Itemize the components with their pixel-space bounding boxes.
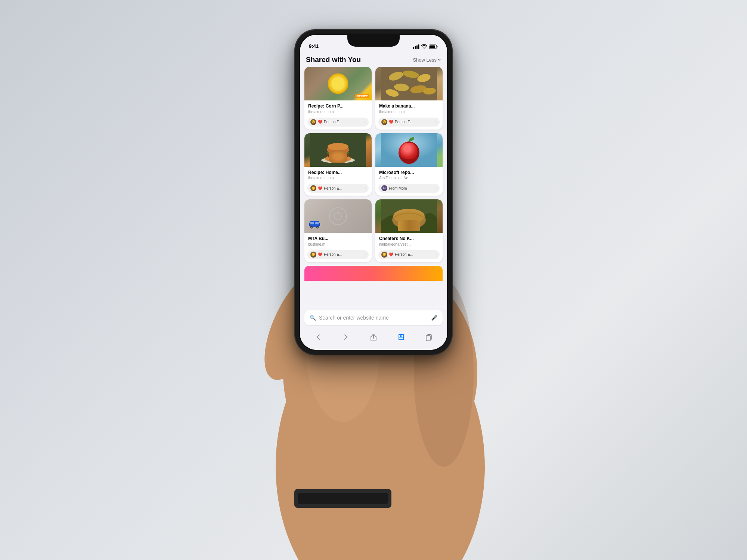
svg-point-51: [317, 227, 318, 228]
card-banana-chevron: ›: [436, 120, 437, 124]
card-banana-body: Make a banana... thetakeout.com: [375, 100, 443, 116]
card-burger-domain: thetakeout.com: [308, 176, 368, 180]
card-banana[interactable]: Make a banana... thetakeout.com 😊 ❤️ Per…: [375, 67, 443, 130]
card-bread-heart: ❤️: [389, 252, 393, 256]
card-microsoft-from-label: From Mom: [389, 186, 407, 190]
card-banana-domain: thetakeout.com: [379, 110, 439, 114]
status-icons: [413, 44, 438, 49]
shared-with-you-title: Shared with You: [306, 56, 361, 64]
card-burger-heart: ❤️: [318, 186, 322, 190]
compass-icon: [334, 212, 342, 221]
safari-content[interactable]: Shared with You Show Less: [300, 51, 447, 307]
phone: 9:41: [295, 30, 452, 355]
wifi-icon: [421, 44, 427, 49]
svg-point-37: [399, 141, 419, 164]
card-burger[interactable]: Recipe: Home... thetakeout.com 😊 ❤️ Pers…: [304, 133, 372, 196]
card-microsoft-image: [375, 133, 443, 167]
apple-illustration: [375, 133, 443, 167]
address-bar[interactable]: 🔍 Search or enter website name 🎤: [304, 310, 443, 325]
battery-icon: [429, 44, 438, 49]
notch: [347, 35, 400, 47]
card-corn-image: RECIPE: [304, 67, 372, 100]
card-corn-heart: ❤️: [318, 120, 322, 124]
chevron-left-icon: [314, 333, 322, 341]
card-corn-from-person: Person E...: [324, 120, 342, 124]
card-mta-body: MTA Bu... bustime.m...: [304, 233, 372, 249]
card-corn-chevron: ›: [365, 120, 366, 124]
share-icon: [370, 333, 377, 341]
card-mta-avatar: 😊: [310, 252, 316, 258]
card-microsoft-body: Microsoft repo... Ars Technica · Ne...: [375, 167, 443, 183]
search-icon: 🔍: [310, 315, 316, 321]
chevron-down-icon: [437, 58, 441, 62]
card-banana-title: Make a banana...: [379, 103, 439, 109]
card-microsoft-title: Microsoft repo...: [379, 170, 439, 176]
card-mta-chevron: ›: [365, 253, 366, 256]
card-burger-avatar: 😊: [310, 185, 316, 191]
card-burger-from[interactable]: 😊 ❤️ Person E... ›: [307, 184, 369, 193]
card-bread-image: [375, 199, 443, 233]
card-bread-domain: halfbakedharvest...: [379, 242, 439, 246]
card-microsoft[interactable]: Microsoft repo... Ars Technica · Ne... M…: [375, 133, 443, 196]
bread-illustration: [375, 199, 443, 233]
card-mta-domain: bustime.m...: [308, 242, 368, 246]
chevron-right-icon: [342, 333, 350, 341]
svg-rect-44: [310, 222, 314, 224]
svg-rect-46: [309, 223, 310, 226]
card-corn-from[interactable]: 😊 ❤️ Person E... ›: [307, 118, 369, 127]
scene: 9:41: [0, 0, 747, 560]
phone-screen: 9:41: [300, 35, 447, 350]
card-bread-from[interactable]: 😊 ❤️ Person E... ›: [378, 250, 440, 259]
card-burger-from-person: Person E...: [324, 186, 342, 190]
microphone-icon[interactable]: 🎤: [431, 315, 437, 321]
card-corn-body: Recipe: Corn P... thetakeout.com: [304, 100, 372, 116]
safari-toolbar: 🔍 Search or enter website name 🎤: [300, 307, 447, 327]
svg-rect-20: [437, 46, 438, 47]
card-burger-chevron: ›: [365, 186, 366, 190]
card-corn-domain: thetakeout.com: [308, 110, 368, 114]
svg-point-35: [328, 143, 348, 150]
card-burger-title: Recipe: Home...: [308, 170, 368, 176]
card-mta-heart: ❤️: [318, 252, 322, 256]
tabs-button[interactable]: [421, 330, 437, 344]
card-mta-from[interactable]: 😊 ❤️ Person E... ›: [307, 250, 369, 259]
card-banana-avatar: 😊: [381, 119, 387, 125]
share-button[interactable]: [365, 330, 382, 344]
card-bread-avatar: 😊: [381, 252, 387, 258]
card-microsoft-avatar: M: [381, 185, 387, 191]
status-time: 9:41: [309, 43, 319, 49]
card-corn[interactable]: RECIPE Recipe: Corn P... thetakeout.com …: [304, 67, 372, 130]
card-microsoft-from[interactable]: M From Mom ›: [378, 184, 440, 193]
svg-rect-17: [418, 44, 419, 49]
card-mta-image: [304, 199, 372, 233]
card-corn-avatar: 😊: [310, 119, 316, 125]
forward-button[interactable]: [338, 330, 354, 344]
svg-rect-57: [426, 336, 430, 341]
svg-rect-47: [319, 223, 320, 226]
svg-point-32: [326, 152, 350, 158]
card-corn-title: Recipe: Corn P...: [308, 103, 368, 109]
card-bread-chevron: ›: [436, 253, 437, 256]
back-button[interactable]: [310, 330, 326, 344]
card-mta-from-person: Person E...: [324, 252, 342, 256]
card-bread-body: Cheaters No K... halfbakedharvest...: [375, 233, 443, 249]
card-mta[interactable]: MTA Bu... bustime.m... 😊 ❤️ Person E... …: [304, 199, 372, 262]
card-banana-from[interactable]: 😊 ❤️ Person E... ›: [378, 118, 440, 127]
banana-illustration: [375, 67, 443, 100]
book-icon: [397, 333, 405, 341]
card-corn-badge: RECIPE: [355, 94, 369, 98]
bus-icon: [309, 220, 320, 228]
card-burger-body: Recipe: Home... thetakeout.com: [304, 167, 372, 183]
svg-rect-29: [310, 133, 366, 167]
card-mta-title: MTA Bu...: [308, 236, 368, 242]
phone-screen-bezel: 9:41: [299, 34, 448, 351]
svg-point-31: [325, 155, 351, 162]
cards-grid: RECIPE Recipe: Corn P... thetakeout.com …: [300, 67, 447, 266]
show-less-button[interactable]: Show Less: [413, 57, 441, 63]
bookmarks-button[interactable]: [393, 330, 409, 344]
show-less-label: Show Less: [413, 57, 437, 63]
card-bread[interactable]: Cheaters No K... halfbakedharvest... 😊 ❤…: [375, 199, 443, 262]
partial-bottom-strip: [304, 266, 443, 281]
burger-illustration: [304, 133, 372, 167]
shared-with-you-header: Shared with You Show Less: [300, 51, 447, 67]
